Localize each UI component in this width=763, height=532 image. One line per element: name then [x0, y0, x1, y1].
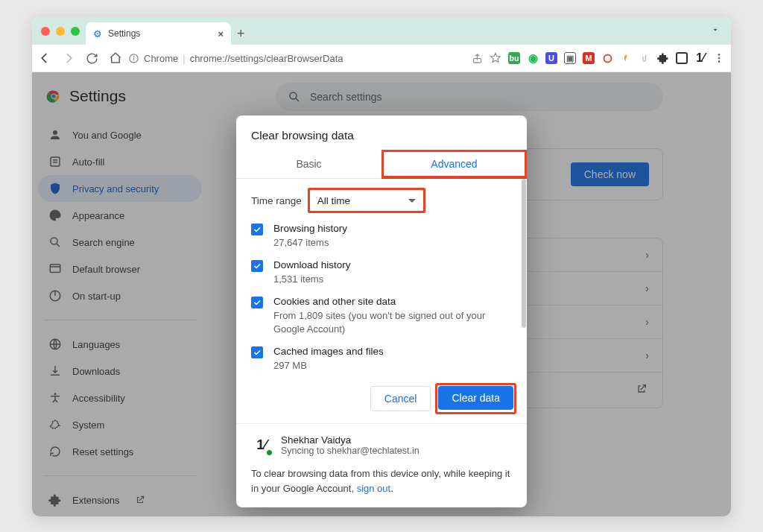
checkbox-icon — [251, 260, 263, 272]
extension-icon[interactable] — [639, 52, 650, 64]
reload-button[interactable] — [86, 52, 98, 65]
svg-rect-2 — [133, 55, 134, 56]
toolbar: Chrome | chrome://settings/clearBrowserD… — [32, 45, 731, 72]
clear-data-button[interactable]: Clear data — [438, 386, 513, 410]
extension-icon[interactable]: M — [583, 52, 595, 64]
checkbox-cookies[interactable]: Cookies and other site dataFrom 1,809 si… — [251, 295, 512, 336]
dialog-tabs: Basic Advanced — [236, 150, 527, 179]
account-name: Shekhar Vaidya — [281, 434, 420, 446]
extension-icon[interactable] — [676, 52, 688, 64]
profile-icon[interactable]: 1⁄ — [694, 52, 706, 64]
sync-status-icon — [265, 449, 273, 457]
chevron-down-icon[interactable] — [710, 25, 721, 38]
menu-button[interactable] — [713, 52, 725, 64]
tab-basic[interactable]: Basic — [236, 150, 382, 178]
new-tab-button[interactable]: + — [237, 26, 245, 42]
url-path: chrome://settings/clearBrowserData — [190, 53, 343, 64]
avatar: 1⁄ — [251, 434, 272, 455]
extension-icon[interactable] — [620, 52, 632, 64]
sign-out-link[interactable]: sign out — [357, 483, 391, 494]
svg-point-5 — [718, 54, 721, 56]
address-bar[interactable]: Chrome | chrome://settings/clearBrowserD… — [128, 53, 466, 64]
svg-point-7 — [718, 60, 721, 63]
cancel-button[interactable]: Cancel — [370, 386, 431, 411]
close-window-button[interactable] — [41, 27, 50, 36]
extensions-icon[interactable] — [657, 52, 669, 64]
extension-icon[interactable]: ◉ — [527, 52, 539, 64]
extension-icon[interactable]: bu — [508, 52, 520, 64]
extension-icon[interactable] — [601, 52, 613, 64]
browser-tab[interactable]: ⚙ Settings × — [86, 22, 231, 45]
forward-button[interactable] — [62, 51, 75, 65]
tab-advanced[interactable]: Advanced — [382, 150, 527, 178]
checkbox-icon — [251, 346, 263, 358]
checkbox-browsing-history[interactable]: Browsing history27,647 items — [251, 222, 512, 250]
window-titlebar: ⚙ Settings × + — [32, 17, 731, 45]
gear-icon: ⚙ — [93, 28, 102, 39]
dialog-title: Clear browsing data — [236, 115, 527, 150]
svg-point-6 — [718, 57, 721, 60]
sync-account-row: 1⁄ Shekhar Vaidya Syncing to shekhar@tec… — [236, 424, 527, 466]
info-icon — [128, 53, 139, 64]
dialog-footer-note: To clear browsing data from this device … — [236, 466, 527, 507]
home-button[interactable] — [109, 51, 122, 65]
checkbox-icon — [251, 224, 263, 235]
checkbox-icon — [251, 297, 263, 308]
chevron-down-icon — [408, 199, 416, 203]
checkbox-download-history[interactable]: Download history1,531 items — [251, 259, 512, 286]
time-range-select[interactable]: All time — [309, 189, 424, 212]
minimize-window-button[interactable] — [56, 27, 65, 36]
back-button[interactable] — [38, 51, 51, 65]
tab-title: Settings — [108, 28, 140, 39]
site-label: Chrome — [144, 53, 178, 64]
extension-icon[interactable]: ▣ — [564, 52, 576, 64]
time-range-label: Time range — [251, 195, 302, 206]
checkbox-cache[interactable]: Cached images and files297 MB — [251, 345, 512, 373]
svg-point-4 — [604, 54, 611, 62]
extension-icon[interactable]: U — [545, 52, 557, 64]
scrollbar[interactable] — [522, 179, 526, 328]
account-sync-status: Syncing to shekhar@techlatest.in — [281, 446, 420, 456]
svg-rect-1 — [133, 57, 134, 60]
maximize-window-button[interactable] — [71, 27, 80, 36]
clear-browsing-data-dialog: Clear browsing data Basic Advanced Time … — [236, 115, 527, 507]
share-icon[interactable] — [472, 53, 483, 64]
star-icon[interactable] — [490, 52, 501, 64]
close-tab-button[interactable]: × — [218, 28, 224, 39]
